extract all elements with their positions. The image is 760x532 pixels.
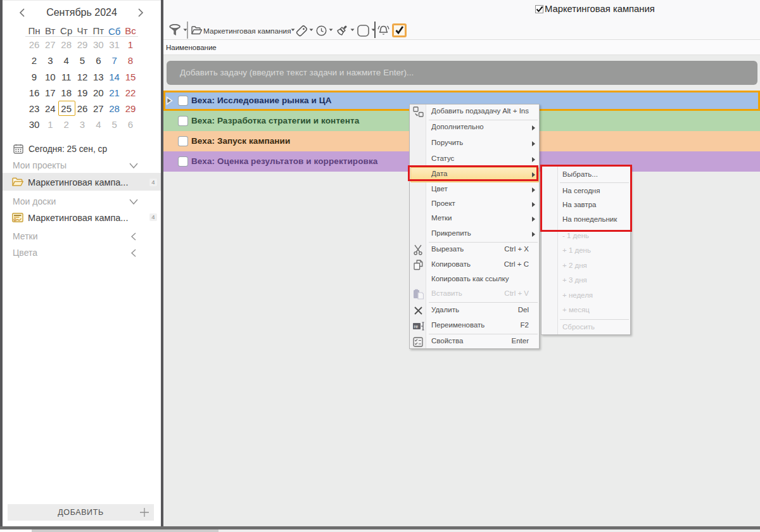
svg-text:re: re <box>414 324 419 329</box>
